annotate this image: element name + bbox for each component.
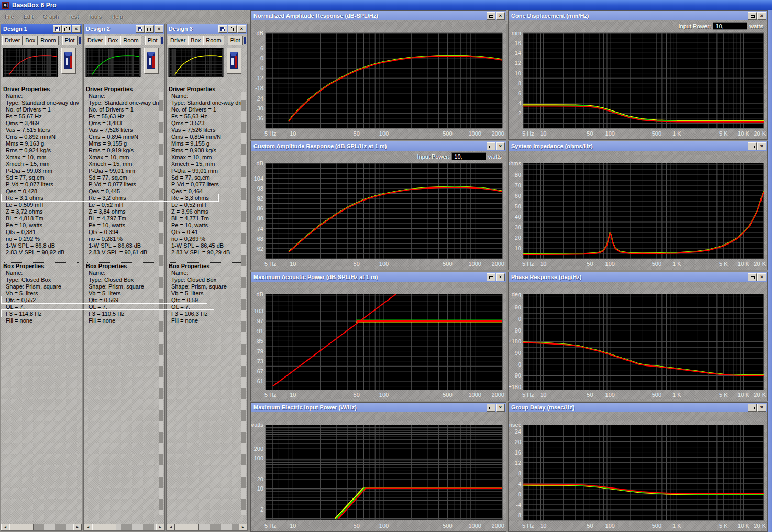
graph-titlebar[interactable]: System Impedance (ohms/Hz) × (509, 141, 767, 151)
close-button[interactable]: × (757, 404, 766, 412)
box-button[interactable]: Box (23, 36, 38, 45)
close-button[interactable]: × (72, 25, 81, 33)
design-titlebar[interactable]: Design 3 × (167, 24, 247, 34)
plot-color-swatch[interactable] (161, 37, 163, 44)
design-titlebar[interactable]: Design 1 × (1, 24, 82, 34)
room-button[interactable]: Room (120, 36, 141, 45)
svg-text:1 K: 1 K (672, 523, 681, 529)
box-button[interactable]: Box (188, 36, 203, 45)
svg-text:-18: -18 (255, 85, 263, 91)
driver-button[interactable]: Driver (168, 36, 188, 45)
svg-text:12: 12 (515, 60, 521, 66)
minimize-button[interactable] (487, 12, 495, 20)
minimize-button[interactable] (487, 404, 495, 412)
graph-titlebar[interactable]: Normalized Amplitude Response (dB-SPL/Hz… (251, 11, 506, 20)
driver-button[interactable]: Driver (85, 36, 105, 45)
scroll-thumb[interactable] (9, 524, 34, 530)
minimize-button[interactable] (748, 404, 757, 412)
scroll-track[interactable] (199, 524, 239, 530)
design-properties: Driver Properties Name:Type: Standard on… (84, 86, 164, 324)
room-button[interactable]: Room (203, 36, 224, 45)
scroll-left-button[interactable]: ◄ (167, 524, 175, 530)
svg-text:90: 90 (515, 304, 521, 311)
close-button[interactable]: × (496, 273, 505, 281)
room-button[interactable]: Room (38, 36, 58, 45)
menu-item[interactable]: Edit (19, 10, 38, 23)
restore-button[interactable] (145, 25, 154, 33)
svg-text:50: 50 (354, 523, 360, 529)
plot-color-swatch[interactable] (79, 37, 81, 44)
svg-text:4: 4 (518, 100, 521, 106)
box-properties-heading: Box Properties (1, 263, 82, 270)
close-button[interactable]: × (496, 12, 505, 20)
horizontal-scrollbar[interactable]: ◄ ► (84, 524, 164, 530)
horizontal-scrollbar[interactable]: ◄ ► (1, 524, 82, 530)
minimize-button[interactable] (748, 12, 757, 20)
minimize-icon (489, 144, 493, 148)
plot-button[interactable]: Plot (228, 36, 243, 45)
minimize-button[interactable] (748, 142, 757, 150)
close-button[interactable]: × (155, 25, 163, 33)
graph-window: Normalized Amplitude Response (dB-SPL/Hz… (250, 10, 506, 140)
close-icon: × (499, 405, 502, 410)
menu-item[interactable]: Test (63, 10, 83, 23)
save-button[interactable] (218, 25, 227, 33)
close-button[interactable]: × (757, 142, 766, 150)
minimize-button[interactable] (487, 273, 495, 281)
graph-titlebar[interactable]: Maximum Acoustic Power (dB-SPL/Hz at 1 m… (251, 272, 506, 282)
input-power-row: Input Power: 10, watts (417, 152, 502, 160)
box-button[interactable]: Box (105, 36, 120, 45)
graph-titlebar[interactable]: Cone Displacement (mm/Hz) × (509, 11, 767, 20)
minimize-button[interactable] (748, 273, 757, 281)
box-design-button[interactable] (144, 48, 159, 74)
restore-button[interactable] (228, 25, 237, 33)
close-button[interactable]: × (757, 12, 766, 20)
close-button[interactable]: × (237, 25, 246, 33)
property-line: BL = 4,797 Tm (84, 215, 164, 222)
input-power-field[interactable]: 10, (713, 22, 747, 30)
minimize-icon (751, 275, 754, 279)
app-titlebar[interactable]: BassBox 6 Pro (0, 0, 772, 10)
close-button[interactable]: × (757, 273, 766, 281)
property-line: Shape: Prism, square (1, 283, 82, 290)
scroll-track[interactable] (116, 524, 156, 530)
minimize-button[interactable] (487, 142, 495, 150)
svg-text:0: 0 (518, 361, 521, 368)
menu-item[interactable]: Graph (38, 10, 64, 23)
graph-titlebar[interactable]: Custom Amplitude Response (dB-SPL/Hz at … (251, 141, 506, 151)
graph-titlebar[interactable]: Phase Response (deg/Hz) × (509, 272, 767, 282)
scroll-left-button[interactable]: ◄ (84, 524, 92, 530)
menu-item[interactable]: File (0, 10, 19, 23)
plot-button[interactable]: Plot (145, 36, 160, 45)
scroll-track[interactable] (34, 524, 73, 530)
scroll-right-button[interactable]: ► (73, 524, 82, 530)
svg-text:2000: 2000 (492, 130, 504, 137)
horizontal-scrollbar[interactable]: ◄ ► (167, 524, 247, 530)
menu-item[interactable]: Tools (83, 10, 106, 23)
scroll-right-button[interactable]: ► (156, 524, 164, 530)
graph-titlebar[interactable]: Maximum Electric Input Power (W/Hz) × (251, 403, 506, 412)
scroll-right-button[interactable]: ► (239, 524, 247, 530)
close-button[interactable]: × (496, 404, 505, 412)
driver-button[interactable]: Driver (2, 36, 23, 45)
svg-text:-12: -12 (255, 75, 263, 81)
scroll-thumb[interactable] (175, 524, 199, 530)
restore-button[interactable] (62, 25, 71, 33)
vertical-scroll-track[interactable] (241, 92, 246, 515)
vertical-scroll-track[interactable] (159, 92, 163, 515)
box-design-button[interactable] (227, 48, 241, 74)
save-button[interactable] (53, 25, 62, 33)
plot-color-swatch[interactable] (244, 37, 246, 44)
close-button[interactable]: × (496, 142, 505, 150)
input-power-field[interactable]: 10, (451, 152, 486, 160)
box-design-button[interactable] (61, 48, 76, 74)
design-titlebar[interactable]: Design 2 × (84, 24, 164, 34)
graph-titlebar[interactable]: Group Delay (msec/Hz) × (509, 403, 767, 412)
menu-item[interactable]: Help (106, 10, 128, 23)
plot-button[interactable]: Plot (62, 36, 78, 45)
svg-text:80: 80 (515, 172, 521, 178)
scroll-left-button[interactable]: ◄ (1, 524, 9, 530)
scroll-thumb[interactable] (92, 524, 116, 530)
save-button[interactable] (136, 25, 145, 33)
svg-text:0: 0 (518, 491, 521, 497)
